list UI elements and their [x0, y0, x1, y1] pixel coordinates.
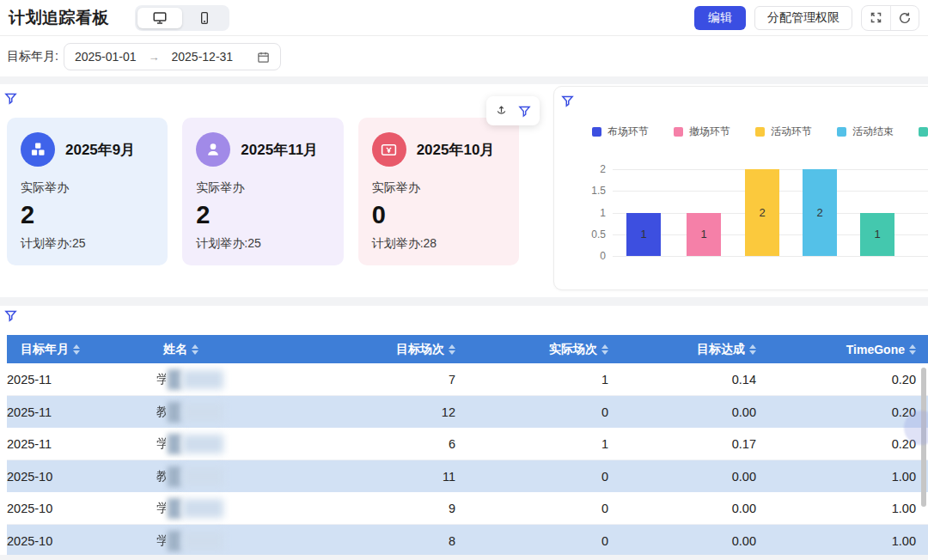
end-date-value[interactable]: 2025-12-31 — [172, 50, 234, 64]
card-plan-label: 计划举办:25 — [21, 236, 154, 252]
redaction-blur — [168, 498, 181, 519]
sort-carets-icon[interactable] — [749, 344, 756, 355]
table-cell: 0 — [455, 460, 608, 493]
table-cell: 0.00 — [608, 525, 756, 557]
redaction-blur — [168, 402, 181, 423]
table-cell: 0.20 — [756, 363, 928, 396]
sort-carets-icon[interactable] — [601, 344, 608, 355]
filter-icon[interactable] — [561, 94, 574, 107]
column-header-3[interactable]: 实际场次 — [455, 335, 608, 363]
name-partial-text: 学 — [156, 533, 166, 549]
y-axis-tick: 0 — [577, 250, 606, 262]
redaction-blur — [168, 434, 181, 454]
column-header-label: 目标场次 — [396, 342, 444, 357]
column-header-timegone[interactable]: TimeGone — [756, 335, 928, 363]
legend-swatch-icon — [592, 127, 601, 137]
bar-布场环节[interactable]: 1 — [626, 213, 661, 257]
column-header-0[interactable]: 目标年月 — [7, 335, 156, 363]
legend-item[interactable]: 撤场环节 — [674, 125, 730, 139]
date-arrow: → — [149, 51, 160, 64]
assign-permission-button[interactable]: 分配管理权限 — [754, 6, 852, 30]
filter-icon[interactable] — [4, 309, 17, 322]
card-value: 2 — [196, 201, 329, 229]
bar-活动环节[interactable]: 2 — [745, 169, 779, 256]
bar-value-label: 1 — [700, 228, 706, 240]
name-partial-text: 学 — [156, 435, 166, 452]
column-header-label: 实际场次 — [549, 342, 597, 357]
fullscreen-icon[interactable] — [862, 5, 890, 31]
column-header-4[interactable]: 目标达成 — [608, 335, 756, 363]
bar-撤场环节[interactable]: 1 — [687, 213, 721, 257]
filter-icon[interactable] — [4, 92, 17, 105]
sort-carets-icon[interactable] — [192, 344, 198, 355]
name-partial-text: 教 — [156, 468, 166, 484]
table-row: 2025-10教1100.001.00 — [7, 460, 928, 493]
sort-carets-icon[interactable] — [73, 344, 80, 355]
edit-button[interactable]: 编辑 — [694, 6, 746, 30]
page-title: 计划追踪看板 — [9, 7, 109, 29]
bar-活动终止[interactable]: 1 — [860, 213, 894, 257]
start-date-value[interactable]: 2025-01-01 — [75, 50, 137, 64]
bar-活动结束[interactable]: 2 — [803, 169, 837, 256]
sort-carets-icon[interactable] — [449, 344, 455, 355]
name-cell-redacted: 学 — [156, 363, 308, 396]
column-header-label: 目标年月 — [21, 342, 69, 357]
legend-swatch-icon — [837, 127, 846, 137]
table-cell: 2025-10 — [7, 460, 156, 493]
table-cell: 0.20 — [756, 396, 928, 429]
table-row: 2025-11教1200.000.20 — [7, 396, 928, 429]
y-axis-tick: 0.5 — [577, 228, 606, 240]
table-cell: 6 — [308, 428, 455, 460]
table-cell: 0 — [455, 396, 608, 429]
calendar-icon[interactable] — [257, 51, 270, 64]
y-axis-tick: 2 — [577, 163, 606, 175]
legend-item[interactable]: 布场环节 — [592, 125, 649, 139]
legend-item[interactable]: 活动结束 — [837, 125, 894, 139]
table-row: 2025-11学710.140.20 — [7, 363, 928, 396]
date-range-label: 目标年月: — [7, 49, 58, 64]
legend-item[interactable]: 活动终止 — [919, 125, 928, 139]
table-cell: 1.00 — [756, 525, 928, 557]
table-cell: 8 — [308, 525, 455, 557]
toggle-desktop[interactable] — [137, 8, 182, 28]
filter-bar: 目标年月: 2025-01-01 → 2025-12-31 — [0, 37, 928, 76]
card-value: 2 — [21, 201, 154, 229]
table-cell: 1 — [455, 428, 608, 460]
legend-label: 活动结束 — [852, 125, 894, 139]
gridline — [613, 256, 928, 257]
y-axis-tick: 1 — [577, 207, 606, 219]
column-header-1[interactable]: 姓名 — [156, 335, 308, 363]
sort-carets-icon[interactable] — [909, 344, 916, 355]
export-icon[interactable] — [495, 105, 508, 118]
table-cell: 0.17 — [608, 428, 756, 460]
table-cell: 0.00 — [608, 396, 756, 429]
date-range-picker[interactable]: 2025-01-01 → 2025-12-31 — [64, 43, 281, 70]
table-cell: 1 — [455, 363, 608, 396]
table-panel: 目标年月姓名目标场次实际场次目标达成TimeGone 2025-11学710.1… — [0, 306, 928, 555]
bar-value-label: 1 — [874, 228, 880, 240]
top-bar: 计划追踪看板 编辑 分配管理权限 — [0, 0, 928, 36]
divider-band — [0, 297, 928, 306]
stat-card-october: 2025年10月 实际举办 0 计划举办:28 — [358, 118, 519, 265]
card-title: 2025年9月 — [65, 140, 135, 160]
table-cell: 2025-11 — [7, 396, 156, 429]
name-cell-redacted: 教 — [156, 460, 308, 493]
card-title: 2025年11月 — [241, 140, 318, 160]
table-cell: 2025-11 — [7, 428, 156, 460]
table-cell: 2025-11 — [7, 363, 156, 396]
refresh-icon[interactable] — [890, 5, 919, 31]
card-value: 0 — [372, 201, 505, 229]
bar-value-label: 2 — [816, 206, 822, 219]
chart-legend: 布场环节撤场环节活动环节活动结束活动终止 — [592, 125, 928, 139]
table-cell: 0.14 — [608, 363, 756, 396]
filter-icon[interactable] — [518, 105, 531, 118]
column-header-2[interactable]: 目标场次 — [308, 335, 455, 363]
redaction-blur — [182, 499, 223, 518]
cards-tools-pill — [486, 96, 540, 125]
name-partial-text: 学 — [156, 500, 166, 516]
redaction-blur — [168, 531, 181, 551]
toggle-mobile[interactable] — [182, 8, 227, 28]
chart-panel: 布场环节撤场环节活动环节活动结束活动终止 00.511.5211221 — [553, 86, 928, 290]
legend-item[interactable]: 活动环节 — [755, 125, 812, 139]
column-header-label: 姓名 — [163, 342, 187, 357]
